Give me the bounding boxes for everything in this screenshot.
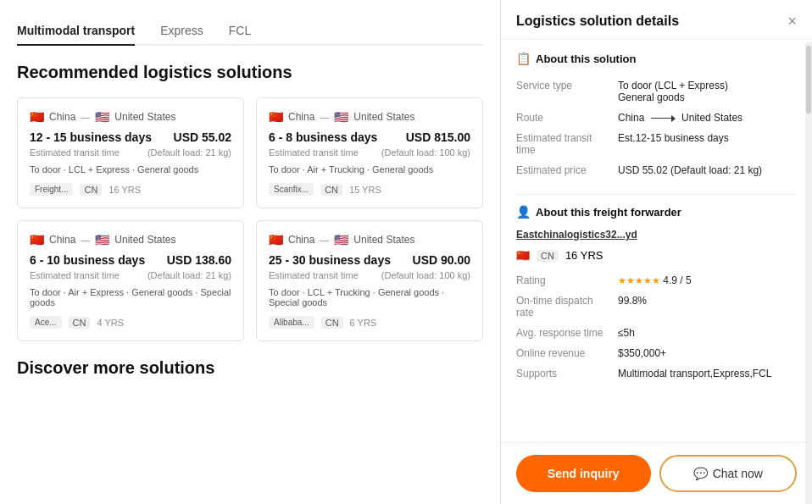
- card-load-2: (Default load: 100 kg): [381, 147, 470, 158]
- card-transit-label-2: Estimated transit time: [269, 147, 359, 158]
- tab-multimodal[interactable]: Multimodal transport: [17, 17, 135, 46]
- cards-grid: 🇨🇳 China — 🇺🇸 United States 12 - 15 busi…: [17, 97, 483, 341]
- discover-title: Discover more solutions: [17, 358, 483, 378]
- route-to: United States: [681, 112, 742, 124]
- stars: ★★★★★: [618, 275, 660, 285]
- transit-row: Estimated transit time Est.12-15 busines…: [516, 128, 797, 160]
- route-arrow-4: —: [320, 235, 329, 245]
- logistics-card-2[interactable]: 🇨🇳 China — 🇺🇸 United States 6 - 8 busine…: [256, 97, 483, 208]
- card-from-4: China: [288, 234, 314, 246]
- dispatch-row: On-time dispatch rate 99.8%: [516, 291, 797, 323]
- section-title: Recommended logistics solutions: [17, 63, 483, 82]
- revenue-label: Online revenue: [516, 343, 618, 363]
- cn-badge-4: CN: [321, 317, 343, 329]
- cn-badge-2: CN: [320, 184, 342, 196]
- card-transit-label-3: Estimated transit time: [30, 270, 120, 280]
- china-flag-3: 🇨🇳: [30, 233, 44, 246]
- card-price-4: USD 90.00: [413, 253, 470, 267]
- rating-value: ★★★★★ 4.9 / 5: [618, 270, 797, 291]
- logistics-card-4[interactable]: 🇨🇳 China — 🇺🇸 United States 25 - 30 busi…: [256, 220, 483, 341]
- route-from: China: [618, 112, 644, 124]
- card-load-3: (Default load: 21 kg): [147, 270, 231, 280]
- solution-details-table: Service type To door (LCL + Express) Gen…: [516, 75, 797, 180]
- forwarder-info-row: Eastchinalogistics32...yd: [516, 229, 797, 241]
- card-load-4: (Default load: 100 kg): [381, 270, 470, 280]
- logistics-card-1[interactable]: 🇨🇳 China — 🇺🇸 United States 12 - 15 busi…: [17, 97, 244, 208]
- response-label: Avg. response time: [516, 323, 618, 343]
- us-flag-1: 🇺🇸: [95, 110, 109, 124]
- supports-value: Multimodal transport,Express,FCL: [618, 363, 797, 384]
- yrs-2: 15 YRS: [349, 185, 381, 195]
- send-inquiry-button[interactable]: Send inquiry: [516, 455, 651, 492]
- panel-body: 📋 About this solution Service type To do…: [501, 40, 812, 442]
- service-type-row: Service type To door (LCL + Express) Gen…: [516, 75, 797, 108]
- route-arrow-3: —: [81, 235, 90, 245]
- panel-header: Logistics solution details ×: [501, 0, 812, 40]
- logistics-card-3[interactable]: 🇨🇳 China — 🇺🇸 United States 6 - 10 busin…: [17, 220, 244, 341]
- service-type-value2: General goods: [618, 91, 797, 103]
- card-tags-3: To door · Air + Express · General goods …: [30, 287, 231, 307]
- card-route-4: 🇨🇳 China — 🇺🇸 United States: [269, 233, 470, 246]
- card-route-1: 🇨🇳 China — 🇺🇸 United States: [30, 110, 231, 124]
- tab-fcl[interactable]: FCL: [229, 17, 251, 46]
- cn-badge-1: CN: [80, 184, 102, 196]
- about-solution-header: 📋 About this solution: [516, 52, 797, 65]
- forwarder-details-table: Rating ★★★★★ 4.9 / 5 On-time dispatch ra…: [516, 270, 797, 384]
- forwarder-flag: 🇨🇳: [516, 249, 530, 262]
- card-from-2: China: [288, 111, 314, 123]
- chat-btn-label: Chat now: [713, 467, 763, 480]
- transit-value: Est.12-15 business days: [618, 128, 797, 160]
- service-type-value1: To door (LCL + Express): [618, 80, 797, 91]
- route-arrow-1: —: [81, 112, 90, 122]
- card-to-4: United States: [353, 234, 414, 246]
- response-value: ≤5h: [618, 323, 797, 343]
- yrs-4: 6 YRS: [350, 318, 377, 328]
- us-flag-2: 🇺🇸: [334, 110, 348, 124]
- panel-footer: Send inquiry 💬 Chat now: [501, 442, 812, 504]
- forwarder-name[interactable]: Eastchinalogistics32...yd: [516, 229, 637, 241]
- card-days-1: 12 - 15 business days: [30, 130, 152, 144]
- supports-row: Supports Multimodal transport,Express,FC…: [516, 363, 797, 384]
- solution-icon: 📋: [516, 52, 531, 65]
- close-button[interactable]: ×: [787, 14, 797, 29]
- response-row: Avg. response time ≤5h: [516, 323, 797, 343]
- card-from-1: China: [49, 111, 75, 123]
- route-arrow-2: —: [320, 112, 329, 122]
- left-panel: Multimodal transport Express FCL Recomme…: [0, 0, 500, 504]
- route-row: Route China United States: [516, 108, 797, 128]
- scrollbar-thumb: [806, 46, 811, 114]
- forwarder-logo-3: Ace...: [30, 316, 62, 329]
- forwarder-logo-1: Freight...: [30, 183, 73, 196]
- route-label: Route: [516, 108, 618, 128]
- tab-express[interactable]: Express: [160, 17, 203, 46]
- forwarder-icon: 👤: [516, 205, 531, 219]
- dispatch-label: On-time dispatch rate: [516, 291, 618, 323]
- card-to-3: United States: [114, 234, 175, 246]
- card-route-3: 🇨🇳 China — 🇺🇸 United States: [30, 233, 231, 246]
- right-panel: Logistics solution details × 📋 About thi…: [500, 0, 812, 504]
- card-price-1: USD 55.02: [174, 130, 231, 144]
- dispatch-value: 99.8%: [618, 291, 797, 323]
- scrollbar[interactable]: [805, 42, 812, 504]
- card-days-2: 6 - 8 business days: [269, 130, 377, 144]
- transit-label: Estimated transit time: [516, 128, 618, 160]
- china-flag-2: 🇨🇳: [269, 110, 283, 124]
- service-type-label: Service type: [516, 75, 618, 108]
- card-price-3: USD 138.60: [167, 253, 231, 267]
- supports-label: Supports: [516, 363, 618, 384]
- price-label: Estimated price: [516, 160, 618, 180]
- forwarder-badges-row: 🇨🇳 CN 16 YRS: [516, 249, 797, 262]
- us-flag-4: 🇺🇸: [334, 233, 348, 246]
- rating-number: 4.9 / 5: [663, 274, 691, 286]
- tabs: Multimodal transport Express FCL: [17, 17, 483, 46]
- chat-icon: 💬: [693, 467, 708, 480]
- card-to-1: United States: [114, 111, 175, 123]
- card-to-2: United States: [353, 111, 414, 123]
- yrs-3: 4 YRS: [97, 318, 124, 328]
- forwarder-cn-badge: CN: [537, 250, 559, 262]
- card-price-2: USD 815.00: [406, 130, 470, 144]
- chat-now-button[interactable]: 💬 Chat now: [659, 455, 798, 492]
- rating-label: Rating: [516, 270, 618, 291]
- divider: [516, 194, 797, 195]
- price-value: USD 55.02 (Default load: 21 kg): [618, 160, 797, 180]
